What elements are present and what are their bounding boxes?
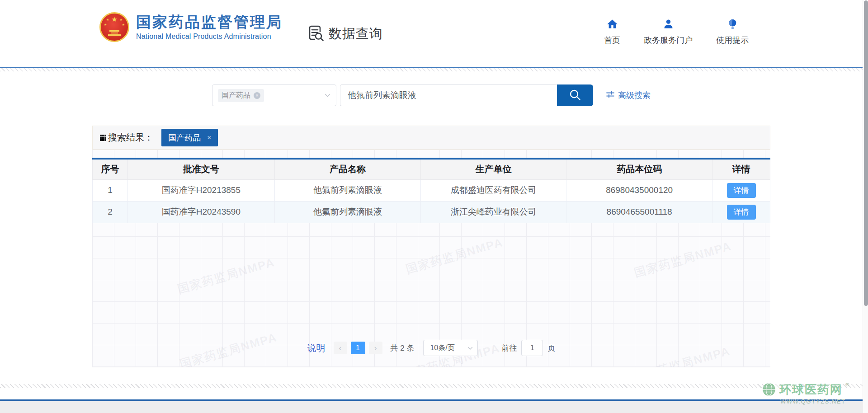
results-zone: 序号 批准文号 产品名称 生产单位 药品本位码 详情 1 国药准字H202138… (92, 150, 770, 367)
goto-page-input[interactable] (521, 340, 543, 356)
search-input[interactable] (340, 84, 557, 106)
filter-tab-domestic-drug[interactable]: 国产药品 × (161, 129, 218, 146)
site-url: WWW.QGYYZS.NET (780, 398, 849, 405)
results-label: 搜索结果： (108, 131, 153, 144)
detail-button[interactable]: 详情 (727, 205, 756, 220)
globe-icon (761, 382, 777, 399)
header: ★ ★ ★ ★ ★ 国家药品监督管理局 National Medical Pro… (0, 0, 863, 67)
china-national-emblem: ★ ★ ★ ★ ★ (99, 12, 129, 42)
advanced-search-link[interactable]: 高级搜索 (606, 84, 651, 106)
data-query-entry: 数据查询 (307, 24, 383, 44)
main-content: 国产药品 × (0, 71, 863, 384)
scrollbar-thumb[interactable] (864, 0, 868, 306)
next-page-button[interactable]: › (369, 342, 382, 354)
home-icon (606, 18, 618, 32)
nmpa-watermark: 国家药监局NMPA (404, 235, 505, 277)
agency-brand: ★ ★ ★ ★ ★ 国家药品监督管理局 National Medical Pro… (99, 12, 283, 42)
cell-approval-no: 国药准字H20243590 (127, 201, 274, 223)
goto-label: 前往 (501, 343, 517, 353)
note-link[interactable]: 说明 (307, 342, 326, 354)
sliders-icon (606, 90, 615, 101)
document-search-icon (307, 24, 325, 44)
cell-product-name: 他氟前列素滴眼液 (274, 179, 421, 201)
table-row: 1 国药准字H20213855 他氟前列素滴眼液 成都盛迪医药有限公司 8698… (93, 179, 770, 201)
category-tag: 国产药品 × (218, 89, 264, 102)
footer-gap (0, 388, 863, 399)
nav-label-home: 首页 (604, 35, 620, 46)
chevron-right-icon: › (374, 343, 377, 353)
tab-close-icon[interactable]: × (207, 134, 211, 142)
nmpa-watermark: 国家药监局NMPA (175, 254, 277, 297)
top-nav: 首页 政务服务门户 使 (604, 18, 749, 46)
total-count-label: 共 2 条 (391, 343, 415, 353)
site-logo: 环球医药网 ® WWW.QGYYZS.NET (761, 382, 849, 405)
page-number-active[interactable]: 1 (351, 342, 365, 354)
col-header-detail: 详情 (712, 159, 770, 179)
page: ★ ★ ★ ★ ★ 国家药品监督管理局 National Medical Pro… (0, 0, 868, 413)
nav-label-usage-tips: 使用提示 (716, 35, 749, 46)
prev-page-button[interactable]: ‹ (334, 342, 347, 354)
table-row: 2 国药准字H20243590 他氟前列素滴眼液 浙江尖峰药业有限公司 8690… (93, 201, 770, 223)
col-header-index: 序号 (93, 159, 128, 179)
chevron-down-icon (325, 91, 330, 99)
cell-manufacturer: 浙江尖峰药业有限公司 (421, 201, 566, 223)
site-name: 环球医药网 (779, 382, 843, 397)
col-header-product-name: 产品名称 (274, 159, 421, 179)
page-title: 数据查询 (329, 25, 383, 43)
search-icon (569, 89, 581, 103)
table-header-row: 序号 批准文号 产品名称 生产单位 药品本位码 详情 (93, 159, 770, 179)
nav-label-gov-portal: 政务服务门户 (644, 35, 693, 46)
agency-title: 国家药品监督管理局 (136, 14, 283, 31)
nav-item-usage-tips[interactable]: 使用提示 (716, 18, 749, 46)
search-row: 国产药品 × (0, 71, 863, 106)
search-input-group (340, 84, 593, 106)
agency-subtitle: National Medical Products Administration (136, 33, 283, 41)
advanced-search-label: 高级搜索 (618, 90, 651, 101)
col-header-manufacturer: 生产单位 (421, 159, 566, 179)
filter-tab-label: 国产药品 (168, 132, 201, 143)
nav-item-gov-portal[interactable]: 政务服务门户 (644, 18, 693, 46)
lightbulb-icon (726, 18, 739, 32)
vertical-scrollbar[interactable] (863, 0, 868, 413)
search-results-bar: 搜索结果： 国产药品 × (92, 126, 770, 150)
cell-drug-code: 86980435000120 (566, 179, 712, 201)
cell-product-name: 他氟前列素滴眼液 (274, 201, 421, 223)
footer-bar (0, 401, 868, 413)
nmpa-watermark: 国家药监局NMPA (632, 238, 733, 281)
chevron-left-icon: ‹ (339, 343, 342, 353)
nav-item-home[interactable]: 首页 (604, 18, 620, 46)
registered-mark: ® (845, 382, 849, 387)
cell-index: 1 (93, 179, 128, 201)
detail-button[interactable]: 详情 (727, 183, 756, 198)
page-size-select[interactable]: 10条/页 (423, 340, 478, 356)
page-size-value: 10条/页 (430, 343, 454, 353)
pagination: 说明 ‹ 1 › 共 2 条 10条/页 前往 页 (92, 340, 770, 356)
search-button[interactable] (557, 84, 593, 106)
grid-icon (100, 135, 106, 141)
cell-drug-code: 86904655001118 (566, 201, 712, 223)
category-tag-label: 国产药品 (222, 91, 250, 100)
header-divider-hatch (0, 68, 863, 71)
footer-hatch-strip (0, 384, 863, 388)
cell-index: 2 (93, 201, 128, 223)
results-table: 序号 批准文号 产品名称 生产单位 药品本位码 详情 1 国药准字H202138… (92, 158, 770, 223)
cell-approval-no: 国药准字H20213855 (127, 179, 274, 201)
page-unit-label: 页 (547, 343, 555, 353)
cell-manufacturer: 成都盛迪医药有限公司 (421, 179, 566, 201)
tag-remove-icon[interactable]: × (254, 92, 260, 99)
col-header-drug-code: 药品本位码 (566, 159, 712, 179)
category-select[interactable]: 国产药品 × (212, 84, 336, 106)
chevron-down-icon (467, 344, 473, 352)
user-icon (662, 18, 675, 32)
col-header-approval-no: 批准文号 (127, 159, 274, 179)
